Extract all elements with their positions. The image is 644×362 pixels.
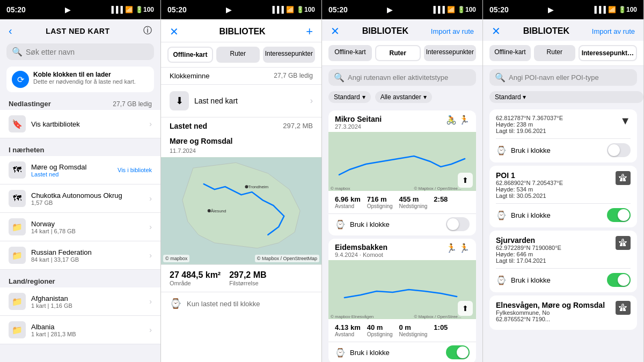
tab-offline-kart-3[interactable]: Offline-kart	[328, 45, 372, 61]
item-title-norway: Norway	[31, 220, 76, 228]
folder-icon-3: 📁	[9, 293, 26, 310]
svg-text:Ålesund: Ålesund	[211, 209, 226, 213]
share-button-mikro[interactable]: ⬆	[458, 173, 473, 188]
running-icon: 🏃	[459, 115, 470, 125]
poi-use-row-sjur: ⌚ Bruk i klokke	[496, 268, 631, 287]
search-input[interactable]	[26, 48, 149, 56]
library-link[interactable]: Vis i bibliotek	[118, 167, 152, 173]
area-lbl: Område	[170, 280, 221, 286]
watch-icon-poi-1: ⌚	[496, 145, 507, 156]
status-bar-4: 05:20 ▶ ▐▐▐ 📶 🔋100	[483, 0, 643, 19]
search-bar[interactable]: 🔍	[6, 43, 154, 60]
watch-icon-mikro: ⌚	[335, 219, 346, 230]
poi-search-input[interactable]	[509, 73, 632, 82]
library-item[interactable]: 🔖 Vis kartbibliotek ›	[0, 110, 160, 138]
panel3-scroll[interactable]: Mikro Seitani 27.3.2024 🚴 🏃 © mapbox © M…	[322, 107, 482, 362]
back-button[interactable]: ‹	[9, 25, 12, 37]
toggle-mikro[interactable]	[446, 217, 470, 231]
nearby-item-russia[interactable]: 📁 Russian Federation 84 kart | 33,17 GB …	[0, 241, 160, 270]
map-svg: Trondheim Ålesund	[161, 157, 321, 264]
stat-up-eidem: 40 m Opstigning	[367, 323, 393, 337]
status-icons-1: ▐▐▐ 📶 🔋100	[109, 6, 154, 13]
panel1-scroll[interactable]: 🗺 Møre og Romsdal Lastet ned Vis i bibli…	[0, 156, 160, 362]
chevron-chukotka: ›	[149, 194, 152, 203]
poi-item-1: POI 1 62.868902°N 7.205437°E Høyde: 534 …	[489, 166, 637, 227]
info-button[interactable]: ⓘ	[143, 25, 152, 36]
down-val-mikro: 455 m	[399, 195, 428, 203]
tab-interessepunkter-3[interactable]: Interessepunkter	[424, 45, 476, 61]
tab-interessepunkt-4[interactable]: Interessepunkt…	[579, 45, 637, 61]
route-stats-eidem: 4.13 km Avstand 40 m Opstigning 0 m Neds…	[328, 319, 476, 342]
chevron-afghanistan: ›	[149, 297, 152, 306]
share-button-eidem[interactable]: ⬆	[458, 301, 473, 316]
time-val-eidem: 1:05	[434, 323, 448, 331]
svg-text:Trondheim: Trondheim	[248, 184, 268, 189]
poi-date-2: Lagt til: 30.05.2021	[496, 193, 563, 199]
panel-bibliotek-poi: 05:20 ▶ ▐▐▐ 📶 🔋100 ✕ BIBLIOTEK Import av…	[483, 0, 644, 362]
wifi-icon: 📶	[125, 6, 133, 13]
route-map-mikro: © mapbox © Mapbox / OpenStree... ⬆	[328, 132, 476, 191]
clock-icon: ⟳	[12, 71, 29, 88]
poi-title-elnev: Elnesvågen, Møre og Romsdal	[496, 301, 605, 309]
distance-filter[interactable]: Alle avstander ▾	[375, 91, 432, 103]
clock-memory-label: Klokkeminne	[170, 72, 209, 80]
route-card-header-eidem: Eidemsbakken 9.4.2024 · Komoot 🏃 🏃	[328, 239, 476, 260]
folder-icon: 📁	[9, 218, 26, 235]
toggle-eidem[interactable]	[446, 345, 470, 359]
location-icon-2: ▶	[226, 6, 231, 14]
stat-up-mikro: 716 m Opstigning	[367, 195, 393, 209]
tab-interessepunkter-2[interactable]: Interessepunkter	[263, 47, 315, 63]
toggle-poi-1[interactable]	[607, 143, 631, 157]
page-title: LAST NED KART	[12, 27, 143, 35]
standard-filter[interactable]: Standard ▾	[328, 91, 371, 103]
battery-icon-3: 🔋100	[457, 6, 476, 13]
toggle-poi-2[interactable]	[607, 208, 631, 222]
standard-filter-btn[interactable]: Standard ▾	[489, 91, 643, 103]
time-2: 05:20	[167, 5, 187, 14]
use-watch-row-eidem: ⌚ Bruk i klokke	[328, 342, 476, 362]
tab-ruter-3[interactable]: Ruter	[375, 45, 421, 61]
bibliotek-title-2: BIBLIOTEK	[179, 27, 306, 36]
tab-offline-kart[interactable]: Offline-kart	[167, 47, 213, 63]
item-title-afghanistan: Afghanistan	[31, 294, 72, 302]
tab-ruter-2[interactable]: Ruter	[216, 47, 260, 63]
import-button-3[interactable]: Import av rute	[431, 27, 474, 35]
panel4-scroll[interactable]: 62.812787°N 7.367037°E Høyde: 238 m Lagt…	[483, 106, 643, 362]
route-svg-eidem: © mapbox·Elnesvågen © Mapbox / OpenStree…	[328, 260, 476, 319]
close-button-2[interactable]: ✕	[170, 25, 179, 38]
route-search-input[interactable]	[348, 73, 471, 82]
poi-elev-sjur: Høyde: 646 m	[496, 251, 561, 257]
import-button-4[interactable]: Import av rute	[592, 27, 635, 35]
panel1-header: ‹ LAST NED KART ⓘ	[0, 19, 160, 40]
time-4: 05:20	[489, 5, 509, 14]
region-item-albania[interactable]: 📁 Albania 1 kart | 281,3 MB ›	[0, 316, 160, 344]
route-search-bar[interactable]: 🔍	[328, 69, 476, 86]
toggle-poi-sjur[interactable]	[607, 273, 631, 287]
map-icon: 🗺	[9, 161, 26, 179]
nearby-item-norway[interactable]: 📁 Norway 14 kart | 6,78 GB ›	[0, 213, 160, 241]
close-button-3[interactable]: ✕	[331, 25, 340, 38]
only-watch-text: Kun lastet ned til klokke	[187, 300, 260, 308]
item-text-russia: Russian Federation 84 kart | 33,17 GB	[31, 248, 92, 263]
poi-elnev-header: Elnesvågen, Møre og Romsdal Fylkeskommun…	[496, 301, 631, 322]
nearby-item-more[interactable]: 🗺 Møre og Romsdal Lastet ned Vis i bibli…	[0, 156, 160, 184]
up-val-mikro: 716 m	[367, 195, 393, 203]
close-button-4[interactable]: ✕	[492, 25, 501, 38]
stat-time-eidem: 1:05	[434, 323, 448, 337]
tab-offline-kart-4[interactable]: Offline-kart	[489, 45, 531, 61]
region-item-afghanistan[interactable]: 📁 Afghanistan 1 kart | 1,16 GB ›	[0, 287, 160, 316]
download-chevron: ›	[310, 96, 313, 106]
up-val-eidem: 40 m	[367, 323, 393, 331]
status-bar-1: 05:20 ▶ ▐▐▐ 📶 🔋100	[0, 0, 160, 19]
download-row[interactable]: ⬇ Last ned kart ›	[161, 85, 321, 117]
nearby-item-chukotka[interactable]: 🗺 Chukotka Autonomous Okrug 1,57 GB ›	[0, 184, 160, 213]
location-icon-3: ▶	[387, 6, 392, 14]
nearby-label: I nærheten	[0, 138, 160, 156]
plus-button[interactable]: +	[306, 25, 313, 39]
location-icon: ▶	[65, 6, 70, 14]
bibliotek-title-3: BIBLIOTEK	[340, 26, 431, 36]
panel4-header: ✕ BIBLIOTEK Import av rute	[483, 19, 643, 41]
poi-search-bar[interactable]: 🔍	[489, 69, 637, 86]
tab-ruter-4[interactable]: Ruter	[534, 45, 575, 61]
collapse-icon[interactable]: ▼	[620, 115, 631, 127]
